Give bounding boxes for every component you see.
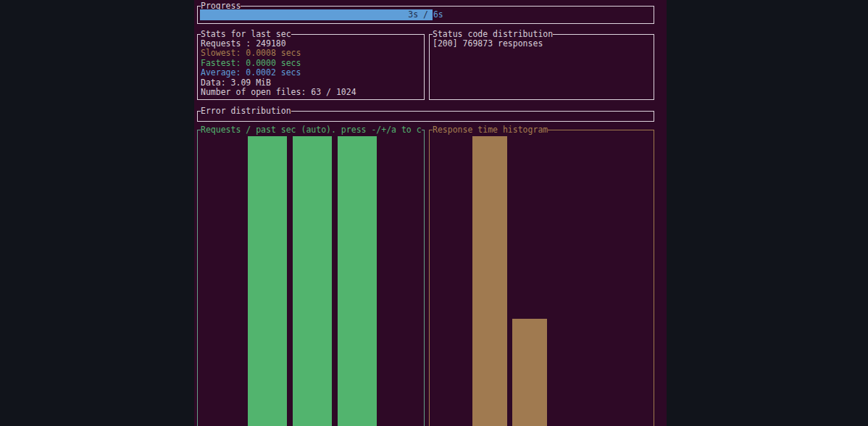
load-test-terminal-window[interactable]: Progress 3s / 6s Stats for last sec Requ…: [194, 0, 667, 426]
progress-bar: 3s / 6s: [200, 9, 651, 20]
requests-bar: [338, 136, 377, 426]
progress-time-label: 3s / 6s: [200, 10, 651, 20]
stats-line: Data: 3.09 MiB: [201, 78, 422, 88]
status-code-lines: [200] 769873 responses: [433, 39, 652, 49]
requests-bar: [293, 136, 332, 426]
stats-line: Requests : 249180: [201, 39, 422, 49]
progress-panel: Progress 3s / 6s: [197, 6, 654, 24]
status-code-panel: Status code distribution [200] 769873 re…: [429, 34, 654, 100]
status-code-line: [200] 769873 responses: [433, 39, 652, 49]
histogram-bar: [512, 319, 547, 426]
stats-panel: Stats for last sec Requests : 249180Slow…: [197, 34, 425, 100]
response-time-histogram-chart: Response time histogram: [429, 130, 654, 426]
requests-per-sec-plot: [198, 130, 424, 426]
requests-per-sec-chart: Requests / past sec (auto). press -/+/a …: [197, 130, 425, 426]
progress-total: 6s: [433, 9, 443, 20]
histogram-bar: [472, 136, 507, 426]
error-distribution-title: Error distribution: [201, 106, 291, 116]
requests-bar: [248, 136, 287, 426]
progress-elapsed: 3s /: [408, 9, 433, 20]
stats-line: Number of open files: 63 / 1024: [201, 88, 422, 97]
response-time-histogram-plot: [430, 130, 654, 426]
stats-lines: Requests : 249180Slowest: 0.0008 secsFas…: [201, 39, 422, 97]
stats-line: Fastest: 0.0000 secs: [201, 59, 422, 68]
error-distribution-panel: Error distribution: [197, 111, 654, 122]
stats-line: Average: 0.0002 secs: [201, 68, 422, 78]
stats-line: Slowest: 0.0008 secs: [201, 49, 422, 58]
